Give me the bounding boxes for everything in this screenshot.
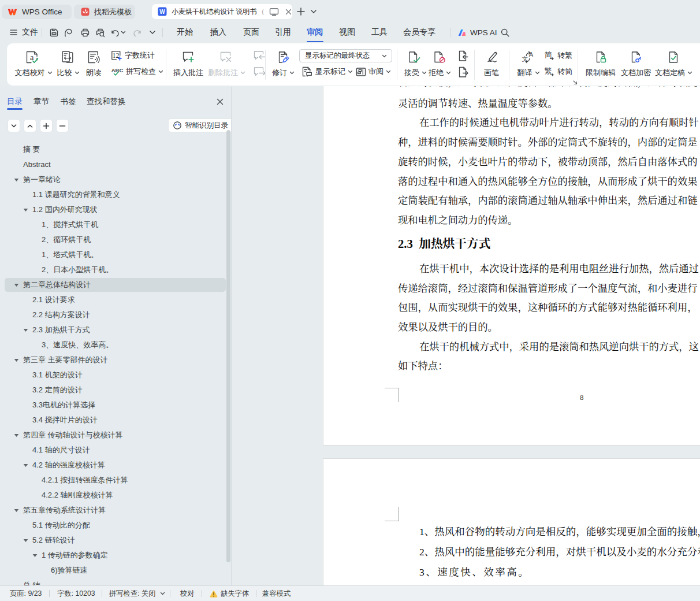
toc-item[interactable]: 4.2.2 轴刚度校核计算	[0, 488, 232, 503]
toc-collapse-arrow-icon[interactable]	[32, 554, 38, 558]
search-icon[interactable]	[500, 23, 510, 42]
document-text-line: 转速的快慢，还可以通过温度传感器来控制温度的高低，这样可以更	[398, 86, 697, 88]
document-page-8[interactable]: 8 转速的快慢，还可以通过温度传感器来控制温度的高低，这样可以更灵活的调节转速、…	[323, 86, 700, 446]
panel-tab-toc[interactable]: 目录	[7, 95, 23, 109]
markup-state-combobox[interactable]: 显示标记的最终状态	[299, 49, 392, 62]
print-preview-button[interactable]	[95, 23, 106, 42]
toc-next-heading-button[interactable]	[8, 119, 20, 132]
panel-tab-find-replace[interactable]: 查找和替换	[87, 95, 126, 109]
menu-member[interactable]: 会员专享	[403, 23, 435, 42]
toc-item[interactable]: 2.3 加热烘干方式	[0, 322, 232, 337]
toc-item[interactable]: 1、搅拌式烘干机	[0, 217, 232, 232]
toc-collapse-arrow-icon[interactable]	[23, 539, 28, 543]
menu-review-active[interactable]: 审阅	[307, 23, 323, 42]
menu-reference[interactable]: 引用	[275, 23, 291, 42]
status-missing-font[interactable]: 缺失字体	[210, 586, 249, 601]
toc-item[interactable]: 4.2 轴的强度校核计算	[0, 458, 232, 473]
toc-collapse-arrow-icon[interactable]	[23, 463, 28, 468]
document-page-9[interactable]: 1、热风和谷物的转动方向是相反的，能够实现更加全面的接触，2、热风中的能量能够充…	[323, 458, 700, 585]
toc-item[interactable]: 摘 要	[0, 142, 232, 157]
status-proofread[interactable]: 校对	[180, 586, 195, 601]
toc-collapse-arrow-icon[interactable]	[14, 358, 19, 362]
redo-button[interactable]	[133, 23, 142, 42]
traditional-to-simplified-button[interactable]: 繁 转简	[543, 65, 572, 78]
toc-item[interactable]: 3.1 机架的设计	[0, 368, 232, 383]
toc-collapse-arrow-icon[interactable]	[14, 283, 19, 287]
show-markup-button[interactable]: 显示标记	[301, 65, 353, 78]
toc-item[interactable]: 第二章总体结构设计	[0, 277, 232, 292]
group-expand-icon[interactable]	[572, 80, 578, 86]
toc-item[interactable]: 3.3电机的计算选择	[0, 398, 232, 413]
new-tab-button[interactable]	[296, 7, 306, 16]
wps-ai-button[interactable]: WPS AI	[457, 23, 497, 42]
menu-view[interactable]: 视图	[339, 23, 355, 42]
toc-collapse-arrow-icon[interactable]	[14, 178, 19, 182]
toc-collapse-arrow-icon[interactable]	[14, 433, 19, 437]
save-button[interactable]	[49, 23, 59, 42]
word-count-button[interactable]: 12 字数统计	[111, 49, 155, 62]
tab-list-chevron-icon[interactable]	[310, 9, 317, 14]
prev-comment-icon[interactable]	[254, 50, 266, 62]
encrypt-icon	[630, 51, 642, 64]
toc-item[interactable]: 1 传动链的参数确定	[0, 548, 232, 563]
toc-item[interactable]: 第三章 主要零部件的设计	[0, 353, 232, 368]
toc-item[interactable]: 1、塔式烘干机。	[0, 247, 232, 262]
undo-chevron-icon[interactable]	[121, 23, 126, 42]
toc-item[interactable]: 第四章 传动轴设计与校核计算	[0, 428, 232, 443]
simplified-to-traditional-button[interactable]: 简 转繁	[543, 49, 572, 62]
toc-item[interactable]: 总 结	[0, 578, 232, 585]
tab-wps-office[interactable]: WPS Office	[2, 5, 72, 19]
tab-document-active[interactable]: W 小麦烘干机结构设计 说明书 （	[152, 4, 292, 19]
menu-page[interactable]: 页面	[243, 23, 259, 42]
status-spell-check[interactable]: 拼写检查: 关闭	[109, 586, 165, 601]
next-revision-icon[interactable]	[457, 66, 469, 78]
toc-collapse-arrow-icon[interactable]	[23, 208, 28, 212]
toc-item[interactable]: 2.2 结构方案设计	[0, 307, 232, 322]
monitor-icon[interactable]	[269, 8, 279, 16]
panel-tab-bookmarks[interactable]: 书签	[61, 95, 76, 109]
toolbar-more-chevron-icon[interactable]	[149, 23, 156, 42]
panel-tab-chapters[interactable]: 章节	[33, 95, 49, 109]
file-menu[interactable]: 文件	[9, 23, 38, 42]
next-comment-icon[interactable]	[254, 66, 266, 78]
toc-item[interactable]: 4.1 轴的尺寸设计	[0, 443, 232, 458]
toc-collapse-arrow-icon[interactable]	[23, 328, 28, 332]
toc-item[interactable]: 5.1 传动比的分配	[0, 518, 232, 533]
toc-collapse-arrow-icon[interactable]	[14, 509, 19, 513]
smart-toc-button[interactable]: 智能识别目录	[168, 118, 232, 132]
toc-item[interactable]: 2.1 设计要求	[0, 292, 232, 307]
panel-close-icon[interactable]	[216, 98, 224, 106]
toc-item[interactable]: 3、速度快、效率高。	[0, 337, 232, 353]
toc-item[interactable]: 1.2 国内外研究现状	[0, 202, 232, 217]
status-page-indicator[interactable]: 页面: 9/23	[10, 586, 42, 601]
toc-item[interactable]: 4.2.1 按扭转强度条件计算	[0, 473, 232, 488]
toc-item[interactable]: 第一章绪论	[0, 172, 232, 187]
menu-tools[interactable]: 工具	[371, 23, 388, 42]
menu-insert[interactable]: 插入	[210, 23, 226, 42]
toc-item[interactable]: 第五章传动系统设计计算	[0, 503, 232, 518]
review-pane-button[interactable]: 审阅	[356, 65, 391, 78]
tab-docer-templates[interactable]: 找稻壳模板	[74, 5, 135, 19]
toc-prev-heading-button[interactable]	[24, 119, 36, 132]
toc-collapse-button[interactable]	[56, 119, 69, 132]
toc-item[interactable]: 2、循环烘干机	[0, 232, 232, 247]
toc-item[interactable]: 6)验算链速	[0, 563, 232, 578]
toc-item[interactable]: Abstract	[0, 157, 232, 172]
spell-check-button[interactable]: ABC 拼写检查	[111, 65, 163, 78]
status-compat-mode[interactable]: 兼容模式	[262, 586, 291, 601]
toc-item[interactable]: 3.2 定筒的设计	[0, 383, 232, 398]
toc-item[interactable]: 1.1 课题研究的背景和意义	[0, 187, 232, 202]
prev-revision-icon[interactable]	[457, 50, 469, 62]
tab-close-icon[interactable]	[285, 8, 292, 16]
toc-item[interactable]: 5.2 链轮设计	[0, 533, 232, 548]
print-button[interactable]	[80, 23, 90, 42]
menu-home[interactable]: 开始	[177, 23, 193, 42]
undo-button[interactable]	[110, 23, 120, 42]
toc-item[interactable]: 2、日本小型烘干机。	[0, 262, 232, 277]
export-button[interactable]	[64, 23, 73, 42]
toc-expand-button[interactable]	[40, 119, 53, 132]
panel-scrollbar-thumb[interactable]	[226, 130, 230, 562]
status-word-count[interactable]: 字数: 10203	[57, 586, 95, 601]
status-compat-mode-label: 兼容模式	[262, 589, 291, 599]
toc-item[interactable]: 3.4 搅拌叶片的设计	[0, 413, 232, 428]
